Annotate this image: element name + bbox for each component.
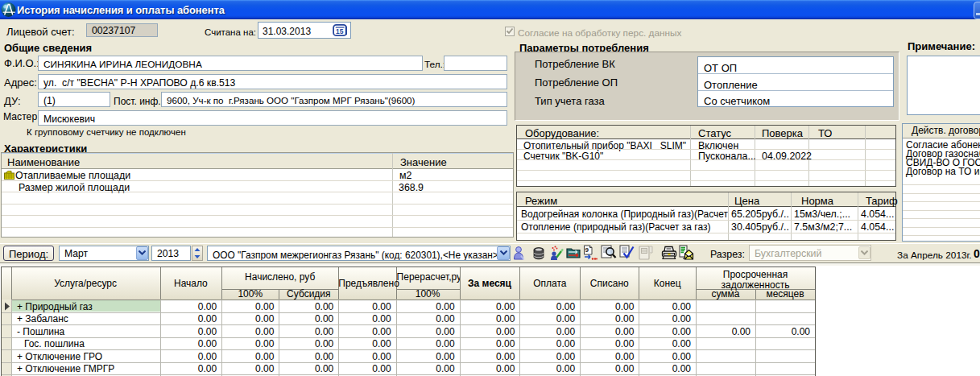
svg-text:9: 9 [585, 246, 589, 254]
svg-text:15: 15 [336, 27, 344, 35]
